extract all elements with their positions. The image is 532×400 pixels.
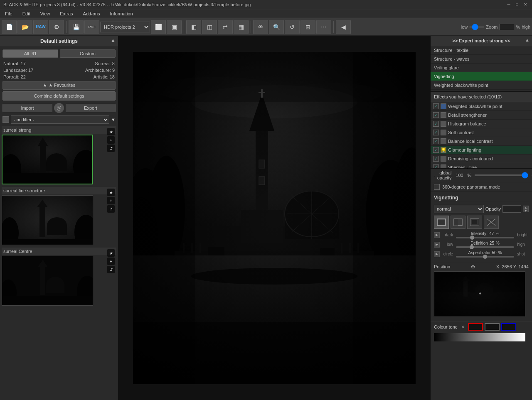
- effect-cb-5[interactable]: ✓: [433, 147, 439, 153]
- opacity-slider[interactable]: [475, 174, 528, 176]
- rp-item-3[interactable]: Vignetting: [431, 72, 532, 81]
- right-panel-collapse[interactable]: ▲: [525, 37, 530, 42]
- intensity-play[interactable]: ▶: [434, 232, 440, 238]
- save-button[interactable]: 💾: [69, 20, 84, 34]
- preset-item-surreal-centre[interactable]: surreal Centre ★ +: [2, 248, 116, 306]
- blend-mode-select[interactable]: normal: [434, 205, 484, 213]
- menu-addons[interactable]: Add-ons: [78, 10, 105, 17]
- maximize-button[interactable]: □: [514, 2, 520, 7]
- new-button[interactable]: 📄: [2, 20, 17, 34]
- opacity-value-vign[interactable]: 100%: [502, 205, 521, 213]
- effect-cb-1[interactable]: ✓: [433, 112, 439, 118]
- position-header: Position ⊕ X: 2656 Y: 1494: [434, 264, 529, 270]
- rp-item-0[interactable]: Structure - textile: [431, 46, 532, 55]
- preset-refresh-2[interactable]: ↺: [107, 266, 115, 273]
- effect-item-6[interactable]: ✓ Denoising - contoured: [431, 155, 532, 163]
- flip-button[interactable]: ⇄: [218, 20, 233, 34]
- export-button[interactable]: Export: [66, 104, 116, 112]
- favourites-label: ★ Favourites: [49, 83, 75, 88]
- view-btn2[interactable]: 🔍: [269, 20, 284, 34]
- rp-item-2[interactable]: Veiling glare: [431, 64, 532, 72]
- effect-item-3[interactable]: ✓ Soft contrast: [431, 128, 532, 137]
- preset-fav-1[interactable]: ★: [107, 189, 115, 196]
- combine-button[interactable]: Combine default settings: [2, 91, 116, 101]
- settings-button[interactable]: ⚙: [49, 20, 64, 34]
- effect-cb-7[interactable]: ✓: [433, 164, 439, 169]
- colour-b-input[interactable]: 255: [501, 323, 516, 331]
- effect-item-2[interactable]: ✓ Histogram balance: [431, 120, 532, 128]
- menu-file[interactable]: File: [0, 10, 17, 17]
- effect-item-0[interactable]: ✓ Weighted black/white point: [431, 102, 532, 111]
- refresh-button[interactable]: ↺: [285, 20, 300, 34]
- effect-cb-2[interactable]: ✓: [433, 121, 439, 127]
- projects-button[interactable]: PRJ: [84, 20, 99, 34]
- export-btn1[interactable]: ⬜: [151, 20, 166, 34]
- preset-fav-0[interactable]: ★: [107, 128, 115, 135]
- open-button[interactable]: 📂: [17, 20, 32, 34]
- effect-item-7[interactable]: ✓ Sharpen - fine: [431, 163, 532, 169]
- preset-add-0[interactable]: +: [107, 136, 115, 144]
- preset-refresh-0[interactable]: ↺: [107, 145, 115, 152]
- effect-cb-6[interactable]: ✓: [433, 156, 439, 162]
- export-btn2[interactable]: ▣: [167, 20, 182, 34]
- minimize-button[interactable]: ─: [505, 2, 512, 7]
- spin-up[interactable]: ▲: [523, 206, 529, 209]
- canvas-area[interactable]: [118, 36, 430, 400]
- close-button[interactable]: ✕: [522, 2, 529, 7]
- effect-cb-0[interactable]: ✓: [433, 103, 439, 109]
- nav-button[interactable]: ◀: [336, 20, 351, 34]
- rp-item-1[interactable]: Structure - waves: [431, 55, 532, 64]
- more-button[interactable]: ⋯: [316, 20, 331, 34]
- menu-extras[interactable]: Extras: [55, 10, 78, 17]
- preset-refresh-1[interactable]: ↺: [107, 205, 115, 213]
- effect-item-1[interactable]: ✓ Detail strengthener: [431, 111, 532, 120]
- import-button[interactable]: Import: [2, 104, 52, 112]
- spin-down[interactable]: ▼: [523, 209, 529, 212]
- effect-cb-4[interactable]: ✓: [433, 138, 439, 144]
- menu-information[interactable]: Information: [105, 10, 138, 17]
- effect-item-5[interactable]: ✓ 💡 Glamour lighting: [431, 146, 532, 155]
- panorama-checkbox[interactable]: [434, 184, 440, 190]
- filter-select[interactable]: - no filter -: [11, 115, 109, 124]
- compare-button[interactable]: ◧: [186, 20, 201, 34]
- opacity-minus[interactable]: -: [434, 173, 436, 178]
- btn-all[interactable]: All: 91: [2, 49, 58, 58]
- intensity-slider[interactable]: [456, 237, 514, 238]
- menu-view[interactable]: View: [35, 10, 55, 17]
- view-btn1[interactable]: 👁: [253, 20, 268, 34]
- definition-play[interactable]: ▶: [434, 242, 440, 248]
- colour-g-input[interactable]: 255: [485, 323, 500, 331]
- effect-cb-3[interactable]: ✓: [433, 130, 439, 135]
- vign-icon-3[interactable]: [484, 216, 499, 229]
- btn-custom[interactable]: Custom: [60, 49, 116, 58]
- hdr-dropdown[interactable]: HDR projects 2: [100, 22, 150, 32]
- favourites-button[interactable]: ★ ★ Favourites: [2, 81, 116, 90]
- position-thumbnail[interactable]: [434, 271, 525, 317]
- zoom-input[interactable]: 52: [499, 24, 514, 30]
- aspect-play[interactable]: ▶: [434, 251, 440, 257]
- rp-item-4[interactable]: Weighted black/white point: [431, 81, 532, 90]
- effect-label-1: Detail strengthener: [448, 113, 487, 118]
- aspect-slider[interactable]: [456, 256, 514, 258]
- preset-add-1[interactable]: +: [107, 197, 115, 204]
- vign-icon-0[interactable]: [434, 216, 449, 229]
- left-panel-collapse[interactable]: ▲: [111, 37, 116, 43]
- preset-add-2[interactable]: +: [107, 258, 115, 265]
- menu-edit[interactable]: Edit: [17, 10, 35, 17]
- grid-button[interactable]: ▦: [234, 20, 249, 34]
- definition-slider[interactable]: [456, 246, 514, 248]
- filter-dropdown-icon[interactable]: ▼: [111, 117, 116, 122]
- raw-button[interactable]: RAW: [33, 20, 48, 34]
- colour-tone-reset[interactable]: ✕: [461, 324, 465, 330]
- zoom-slider[interactable]: [469, 26, 484, 28]
- compare-btn2[interactable]: ◫: [202, 20, 217, 34]
- colour-r-input[interactable]: 255: [468, 323, 483, 331]
- compare-btn3[interactable]: ⊞: [300, 20, 315, 34]
- preset-item-surreal-strong[interactable]: surreal strong: [2, 126, 116, 184]
- preset-fav-2[interactable]: ★: [107, 249, 115, 257]
- window-controls[interactable]: ─ □ ✕: [505, 2, 529, 7]
- effect-item-4[interactable]: ✓ Balance local contrast: [431, 137, 532, 146]
- vign-icon-1[interactable]: [451, 216, 466, 229]
- preset-item-surreal-fine[interactable]: surreal fine structure: [2, 187, 116, 245]
- vign-icon-2[interactable]: [467, 216, 482, 229]
